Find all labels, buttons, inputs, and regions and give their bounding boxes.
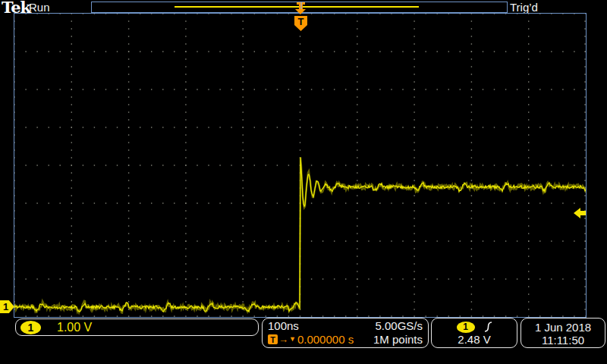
trigger-delay-value: 0.000000 s — [297, 334, 354, 347]
date-label: 1 Jun 2018 — [535, 321, 591, 334]
slope-rising-icon — [484, 321, 492, 333]
horizontal-scale: 100ns — [268, 320, 299, 333]
horizontal-readout-box[interactable]: 100ns 5.00GS/s T → ▼ 0.000000 s 1M point… — [262, 318, 429, 348]
graticule — [14, 13, 587, 318]
channel1-badge: 1 — [20, 321, 41, 334]
channel1-ground-marker[interactable]: 1 — [0, 300, 14, 313]
trigger-flag-arrow-icon — [297, 10, 304, 14]
right-arrow-icon: → — [278, 334, 288, 345]
datetime-box[interactable]: 1 Jun 2018 11:11:50 — [521, 318, 605, 348]
oscilloscope-screen: Tek Run Trig’d T 1 1 1.00 V 100ns 5.00GS… — [0, 0, 607, 364]
trigger-level: 2.48 V — [458, 333, 490, 346]
trigger-source-badge: 1 — [457, 322, 475, 333]
trigger-readout-box[interactable]: 1 2.48 V — [431, 318, 517, 348]
sample-rate: 5.00GS/s — [375, 320, 423, 333]
acquisition-status: Run — [29, 1, 50, 14]
channel1-scale: 1.00 V — [57, 321, 92, 334]
channel1-readout-box[interactable]: 1 1.00 V — [15, 318, 259, 336]
trigger-delay-icon: T — [268, 334, 278, 344]
time-label: 11:11:50 — [542, 334, 584, 347]
record-view-waveform-line — [175, 6, 419, 8]
trigger-status: Trig’d — [510, 1, 538, 14]
waveform-plot — [14, 14, 586, 317]
record-length: 1M points — [373, 334, 423, 347]
trigger-level-arrow-icon — [574, 208, 586, 218]
down-triangle-icon: ▼ — [289, 336, 296, 344]
